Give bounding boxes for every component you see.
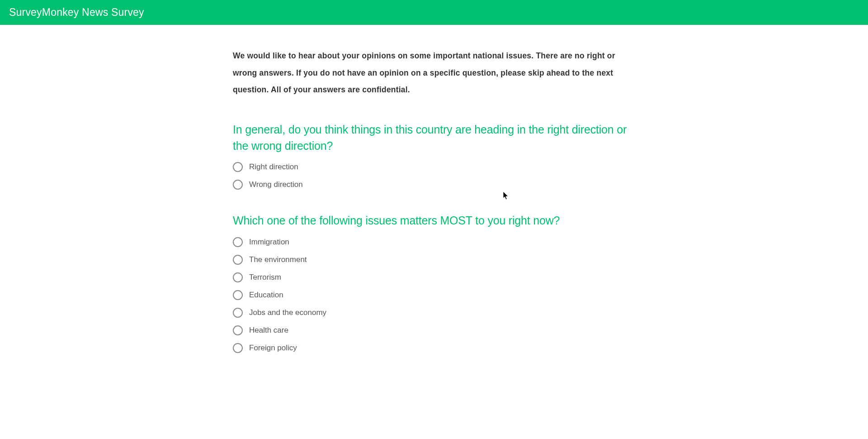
q2-option-foreign-policy[interactable]: Foreign policy xyxy=(233,343,635,353)
survey-title: SurveyMonkey News Survey xyxy=(9,6,859,19)
q2-option-terrorism[interactable]: Terrorism xyxy=(233,272,635,282)
option-label: Health care xyxy=(249,326,288,335)
radio-icon xyxy=(233,325,243,335)
question-2-title: Which one of the following issues matter… xyxy=(233,212,635,229)
option-label: Right direction xyxy=(249,162,298,172)
intro-text: We would like to hear about your opinion… xyxy=(233,48,635,99)
q2-option-immigration[interactable]: Immigration xyxy=(233,237,635,247)
radio-icon xyxy=(233,343,243,353)
option-label: Wrong direction xyxy=(249,180,303,189)
option-label: Education xyxy=(249,291,283,300)
option-label: The environment xyxy=(249,255,307,264)
option-label: Terrorism xyxy=(249,273,281,282)
radio-icon xyxy=(233,255,243,265)
option-label: Immigration xyxy=(249,238,289,247)
q1-option-right-direction[interactable]: Right direction xyxy=(233,162,635,172)
radio-icon xyxy=(233,180,243,190)
option-label: Foreign policy xyxy=(249,344,297,353)
radio-icon xyxy=(233,290,243,300)
question-1: In general, do you think things in this … xyxy=(233,121,635,190)
survey-content: We would like to hear about your opinion… xyxy=(224,25,644,394)
radio-icon xyxy=(233,237,243,247)
q2-option-education[interactable]: Education xyxy=(233,290,635,300)
question-1-title: In general, do you think things in this … xyxy=(233,121,635,154)
radio-icon xyxy=(233,162,243,172)
question-2: Which one of the following issues matter… xyxy=(233,212,635,353)
q1-option-wrong-direction[interactable]: Wrong direction xyxy=(233,180,635,190)
radio-icon xyxy=(233,308,243,318)
radio-icon xyxy=(233,272,243,282)
q2-option-health-care[interactable]: Health care xyxy=(233,325,635,335)
q2-option-environment[interactable]: The environment xyxy=(233,255,635,265)
option-label: Jobs and the economy xyxy=(249,308,326,317)
q2-option-jobs-economy[interactable]: Jobs and the economy xyxy=(233,308,635,318)
survey-header: SurveyMonkey News Survey xyxy=(0,0,868,25)
